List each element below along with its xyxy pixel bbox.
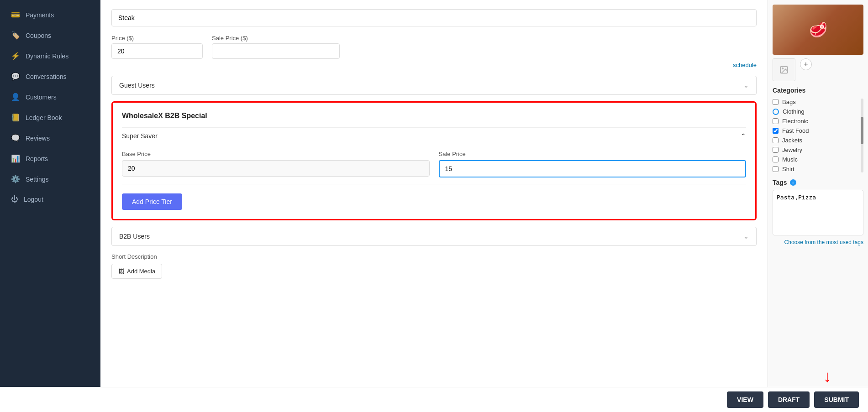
bottom-bar: ↓ VIEW DRAFT SUBMIT <box>0 387 868 412</box>
sidebar-item-logout[interactable]: ⏻ Logout <box>0 189 100 209</box>
sidebar-label-conversations: Conversations <box>26 73 67 80</box>
sidebar-item-coupons[interactable]: 🏷️ Coupons <box>0 25 100 46</box>
category-radio-clothing[interactable] <box>773 109 779 115</box>
sidebar-item-conversations[interactable]: 💬 Conversations <box>0 66 100 87</box>
b2b-users-label: B2B Users <box>119 233 150 240</box>
guest-users-dropdown[interactable]: Guest Users ⌄ <box>111 76 757 95</box>
b2b-users-dropdown[interactable]: B2B Users ⌄ <box>111 227 757 246</box>
add-price-tier-button[interactable]: Add Price Tier <box>122 193 182 210</box>
tags-section: Tags i Pasta,Pizza Choose from the most … <box>773 179 863 245</box>
tier-sale-price-label: Sale Price <box>439 151 747 157</box>
product-main-image: 🥩 <box>773 5 863 55</box>
sidebar-label-settings: Settings <box>26 176 49 183</box>
sale-price-input[interactable] <box>212 43 340 59</box>
tier-base-price-input[interactable] <box>122 160 430 177</box>
sidebar-item-reports[interactable]: 📊 Reports <box>0 148 100 169</box>
tier-collapse-icon[interactable]: ⌃ <box>741 132 746 140</box>
tags-link[interactable]: Choose from the most used tags <box>773 239 863 245</box>
sidebar: 💳 Payments 🏷️ Coupons ⚡ Dynamic Rules 💬 … <box>0 0 100 387</box>
sidebar-label-ledger: Ledger Book <box>26 114 62 121</box>
sale-price-label: Sale Price ($) <box>212 35 340 42</box>
sidebar-item-ledger-book[interactable]: 📒 Ledger Book <box>0 107 100 128</box>
thumbnail-placeholder <box>773 58 795 81</box>
payments-icon: 💳 <box>11 10 20 19</box>
category-item-fast-food: Fast Food <box>773 127 863 134</box>
sidebar-item-dynamic-rules[interactable]: ⚡ Dynamic Rules <box>0 46 100 66</box>
sidebar-label-customers: Customers <box>26 94 57 101</box>
sidebar-item-payments[interactable]: 💳 Payments <box>0 5 100 25</box>
scrollbar-track <box>861 99 863 172</box>
category-item-music: Music <box>773 156 863 163</box>
scrollbar-thumb[interactable] <box>861 117 863 144</box>
sidebar-label-coupons: Coupons <box>26 32 51 39</box>
product-name-input[interactable] <box>111 9 757 26</box>
price-label: Price ($) <box>111 35 203 42</box>
category-checkbox-bags[interactable] <box>773 99 779 105</box>
svg-point-1 <box>782 68 784 69</box>
guest-users-label: Guest Users <box>119 82 155 89</box>
price-input[interactable] <box>111 43 203 59</box>
dynamic-rules-icon: ⚡ <box>11 52 20 60</box>
category-label-music: Music <box>782 156 798 163</box>
price-row: Price ($) Sale Price ($) <box>111 35 757 59</box>
price-field: Price ($) <box>111 35 203 59</box>
tier-name: Super Saver <box>122 132 158 140</box>
category-checkbox-electronic[interactable] <box>773 118 779 124</box>
category-label-clothing: Clothing <box>783 108 805 115</box>
categories-title: Categories <box>773 87 863 94</box>
short-description-section: Short Description 🖼 Add Media <box>111 253 757 279</box>
category-checkbox-shirt[interactable] <box>773 166 779 172</box>
logout-icon: ⏻ <box>11 195 18 203</box>
chevron-down-icon: ⌄ <box>743 82 749 89</box>
category-item-shirt: Shirt <box>773 166 863 172</box>
center-panel: Price ($) Sale Price ($) schedule Guest … <box>100 0 768 387</box>
tier-header: Super Saver ⌃ <box>122 127 746 144</box>
sidebar-label-payments: Payments <box>26 11 54 19</box>
ledger-icon: 📒 <box>11 113 20 122</box>
category-label-shirt: Shirt <box>782 166 794 172</box>
add-media-button[interactable]: 🖼 Add Media <box>111 264 162 279</box>
category-item-bags: Bags <box>773 99 863 105</box>
view-button[interactable]: VIEW <box>727 391 763 408</box>
category-checkbox-music[interactable] <box>773 156 779 162</box>
sidebar-label-reviews: Reviews <box>26 135 50 142</box>
short-description-label: Short Description <box>111 253 757 260</box>
reviews-icon: 🗨️ <box>11 134 20 142</box>
tier-divider <box>122 184 746 184</box>
add-image-button[interactable]: + <box>800 58 812 70</box>
customers-icon: 👤 <box>11 93 20 101</box>
category-checkbox-jewelry[interactable] <box>773 147 779 153</box>
category-checkbox-jackets[interactable] <box>773 137 779 143</box>
add-media-icon: 🖼 <box>118 268 124 275</box>
sidebar-item-settings[interactable]: ⚙️ Settings <box>0 169 100 189</box>
tags-info-icon: i <box>790 179 796 186</box>
categories-section: Categories Bags Clothing <box>773 87 863 172</box>
coupons-icon: 🏷️ <box>11 31 20 40</box>
tier-fields: Base Price Sale Price <box>122 151 746 177</box>
tags-textarea[interactable]: Pasta,Pizza <box>773 190 863 235</box>
category-item-electronic: Electronic <box>773 118 863 125</box>
category-label-bags: Bags <box>782 99 796 105</box>
sidebar-item-reviews[interactable]: 🗨️ Reviews <box>0 128 100 148</box>
category-item-clothing: Clothing <box>773 108 863 115</box>
sidebar-item-customers[interactable]: 👤 Customers <box>0 87 100 107</box>
wholesale-title: WholesaleX B2B Special <box>122 112 746 120</box>
thumbnail-row: + <box>773 58 863 81</box>
category-item-jewelry: Jewelry <box>773 146 863 153</box>
tier-base-price-field: Base Price <box>122 151 430 177</box>
categories-list: Bags Clothing Electronic Fast Food <box>773 99 863 172</box>
category-label-fast-food: Fast Food <box>782 127 809 134</box>
category-label-jewelry: Jewelry <box>782 146 802 153</box>
red-arrow-indicator: ↓ <box>823 368 831 385</box>
draft-button[interactable]: DRAFT <box>768 391 810 408</box>
main-content: Price ($) Sale Price ($) schedule Guest … <box>100 0 868 387</box>
tags-title: Tags i <box>773 179 863 186</box>
reports-icon: 📊 <box>11 154 20 163</box>
conversations-icon: 💬 <box>11 72 20 81</box>
submit-button[interactable]: SUBMIT <box>814 391 859 408</box>
category-checkbox-fast-food[interactable] <box>773 128 779 134</box>
right-panel: 🥩 + Categories <box>768 0 868 387</box>
tier-sale-price-input[interactable] <box>439 160 747 177</box>
schedule-link[interactable]: schedule <box>111 62 757 68</box>
category-label-jackets: Jackets <box>782 137 802 144</box>
